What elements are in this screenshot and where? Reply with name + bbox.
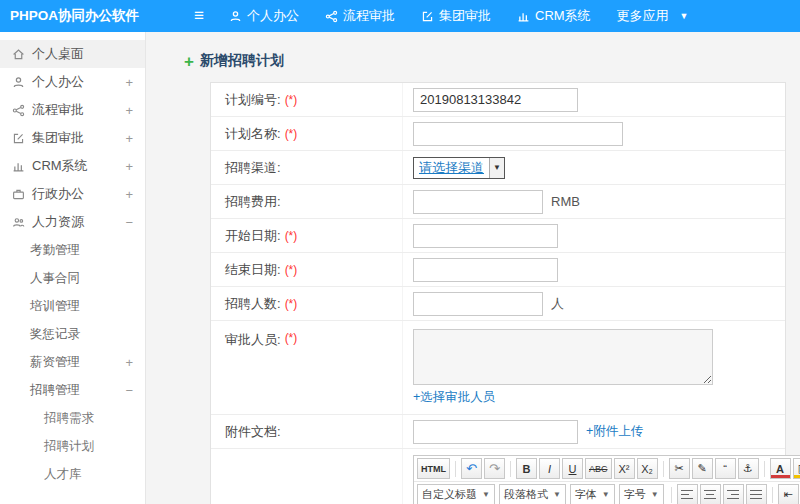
sidebar-item-recruit-plan[interactable]: 招聘计划 [0,432,145,460]
align-justify-button[interactable] [746,484,767,504]
channel-selected-value: 请选择渠道 [414,159,489,177]
highlight-color-button[interactable]: ▣ [793,458,800,479]
plan-no-input[interactable] [413,88,578,112]
expand-toggle-icon[interactable]: + [125,131,133,146]
form-row-fee: 招聘费用: RMB [211,185,785,219]
toolbar-separator [455,461,456,477]
sidebar-item-label: CRM系统 [32,157,88,175]
paragraph-select[interactable]: 段落格式 [499,484,566,504]
sidebar-item-admin-office[interactable]: 行政办公 + [0,180,145,208]
font-color-button[interactable]: A [770,458,791,479]
edit-icon [421,10,434,23]
field-label: 开始日期: [225,227,281,245]
sidebar-item-label: 薪资管理 [30,354,80,371]
main-content: 新增招聘计划 计划编号: (*) 计划名称: (*) [146,32,800,504]
field-label: 招聘人数: [225,295,281,313]
nav-personal-office[interactable]: 个人办公 [216,0,312,32]
sidebar-item-personal-desktop[interactable]: 个人桌面 [0,40,145,68]
sidebar-item-hr-contract[interactable]: 人事合同 [0,264,145,292]
underline-button[interactable]: U [562,458,583,479]
nav-process-approval[interactable]: 流程审批 [312,0,408,32]
sidebar-item-personal-office[interactable]: 个人办公 + [0,68,145,96]
nav-more-apps[interactable]: 更多应用 [604,0,702,32]
editor-toolbar-row-1: HTML ↶ ↷ B I U ABC X² X₂ [414,456,800,482]
form-row-headcount: 招聘人数: (*) 人 [211,287,785,321]
align-center-button[interactable] [700,484,721,504]
html-source-button[interactable]: HTML [417,458,450,479]
fee-input[interactable] [413,190,543,214]
subscript-button[interactable]: X₂ [637,458,658,479]
attachment-upload-link[interactable]: +附件上传 [586,423,643,440]
align-center-icon [704,490,716,500]
choose-approvers-link[interactable]: +选择审批人员 [413,389,495,406]
sidebar-item-attendance[interactable]: 考勤管理 [0,236,145,264]
heading-select[interactable]: 自定义标题 [417,484,495,504]
redo-button[interactable]: ↷ [484,458,505,479]
home-icon [12,48,25,61]
expand-toggle-icon[interactable]: + [125,75,133,90]
sidebar-item-label: 招聘计划 [44,438,94,455]
font-family-select-value: 字体 [575,487,597,502]
sidebar-item-label: 集团审批 [32,129,84,147]
required-mark: (*) [285,229,298,243]
sidebar-item-recruit-mgmt[interactable]: 招聘管理 − [0,376,145,404]
italic-button[interactable]: I [539,458,560,479]
channel-select[interactable]: 请选择渠道 [413,157,505,179]
start-date-input[interactable] [413,224,558,248]
flow-icon [325,10,338,23]
expand-toggle-icon[interactable]: + [125,355,133,370]
sidebar-item-training[interactable]: 培训管理 [0,292,145,320]
sidebar-item-talent-pool[interactable]: 人才库 [0,460,145,488]
plan-name-input[interactable] [413,122,623,146]
collapse-toggle-icon[interactable]: − [125,383,133,398]
briefcase-icon [12,188,25,201]
attachment-input[interactable] [413,420,578,444]
sidebar-item-label: 招聘管理 [30,382,80,399]
field-label: 结束日期: [225,261,281,279]
expand-toggle-icon[interactable]: + [125,103,133,118]
collapse-toggle-icon[interactable]: − [125,215,133,230]
cut-button[interactable]: ✂ [669,458,690,479]
sidebar-item-label: 考勤管理 [30,242,80,259]
nav-crm-system[interactable]: CRM系统 [504,0,604,32]
edit-icon [12,132,25,145]
app-window: PHPOA协同办公软件 个人办公 流程审批 集团审批 CRM系统 更多应用 [0,0,800,504]
nav-group-approval[interactable]: 集团审批 [408,0,504,32]
undo-button[interactable]: ↶ [461,458,482,479]
format-brush-button[interactable]: ✎ [692,458,713,479]
required-mark: (*) [285,263,298,277]
align-left-button[interactable] [677,484,698,504]
outdent-button[interactable]: ⇤ [778,484,799,504]
sidebar-item-rewards[interactable]: 奖惩记录 [0,320,145,348]
end-date-input[interactable] [413,258,558,282]
align-right-button[interactable] [723,484,744,504]
strikethrough-button[interactable]: ABC [585,458,612,479]
sidebar-item-label: 个人办公 [32,73,84,91]
sidebar-item-label: 行政办公 [32,185,84,203]
hamburger-menu-icon[interactable] [182,6,216,26]
page-title: 新增招聘计划 [184,52,786,70]
sidebar-item-human-resources[interactable]: 人力资源 − [0,208,145,236]
chart-icon [12,160,25,173]
required-mark: (*) [285,93,298,107]
headcount-input[interactable] [413,292,543,316]
superscript-button[interactable]: X² [614,458,635,479]
anchor-button[interactable]: ⚓ [738,458,759,479]
bold-button[interactable]: B [516,458,537,479]
sidebar-item-label: 流程审批 [32,101,84,119]
blockquote-button[interactable]: “ [715,458,736,479]
font-size-select[interactable]: 字号 [619,484,664,504]
font-family-select[interactable]: 字体 [570,484,615,504]
expand-toggle-icon[interactable]: + [125,159,133,174]
sidebar-item-crm-system[interactable]: CRM系统 + [0,152,145,180]
toolbar-separator [663,461,664,477]
sidebar-item-recruit-demand[interactable]: 招聘需求 [0,404,145,432]
sidebar-item-salary[interactable]: 薪资管理 + [0,348,145,376]
sidebar-item-group-approval[interactable]: 集团审批 + [0,124,145,152]
approvers-textarea[interactable] [413,329,713,385]
heading-select-value: 自定义标题 [422,487,477,502]
chevron-down-icon [489,158,504,178]
sidebar-item-label: 招聘需求 [44,410,94,427]
sidebar-item-process-approval[interactable]: 流程审批 + [0,96,145,124]
expand-toggle-icon[interactable]: + [125,187,133,202]
